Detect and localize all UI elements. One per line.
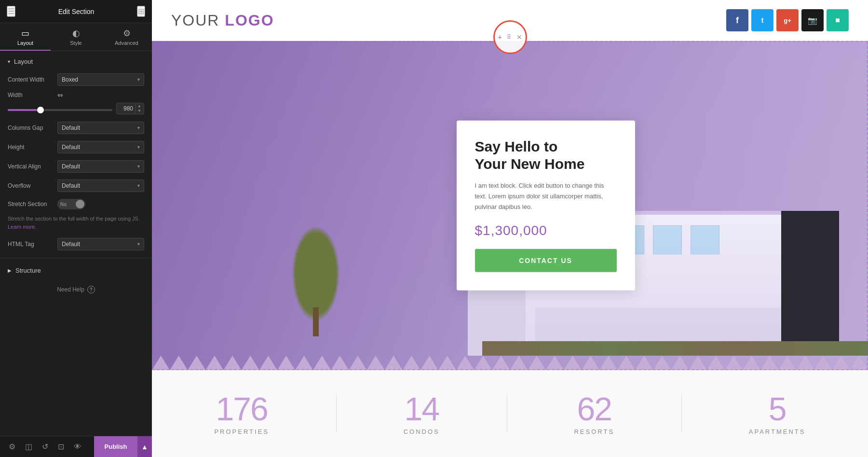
stat-divider-2 — [507, 394, 507, 433]
main-content: YOUR LOGO + ⠿ ✕ f t g+ 📷 ■ — [152, 0, 868, 457]
layers-icon[interactable]: ◫ — [20, 438, 37, 455]
columns-gap-row: Columns Gap Default No Gap Narrow Extend… — [0, 118, 152, 138]
width-spin-up[interactable]: ▲ — [136, 104, 143, 109]
learn-more-link[interactable]: Learn more. — [8, 224, 36, 230]
panel-header: ☰ Edit Section ⊞ — [0, 0, 152, 23]
html-tag-select[interactable]: Default header main footer section — [57, 238, 144, 250]
contact-us-button[interactable]: CONTACT US — [475, 249, 617, 272]
googleplus-button[interactable]: g+ — [776, 9, 799, 31]
width-slider-container — [8, 105, 112, 112]
hero-card: Say Hello toYour New Home I am text bloc… — [457, 121, 635, 291]
stat-condos-label: CONDOS — [404, 428, 440, 435]
structure-arrow-icon: ▶ — [8, 268, 12, 273]
help-circle-icon[interactable]: ? — [87, 286, 95, 293]
stat-divider-3 — [681, 394, 682, 433]
preview-icon[interactable]: 👁 — [69, 439, 86, 455]
stat-properties-number: 176 — [216, 392, 267, 425]
stat-resorts: 62 RESORTS — [574, 392, 614, 435]
stat-apartments-label: APARTMENTS — [749, 428, 806, 435]
stretch-section-row: Stretch Section No — [0, 195, 152, 213]
section-control-circle: + ⠿ ✕ — [493, 20, 527, 54]
width-icon: ⇔ — [57, 91, 63, 99]
structure-section-header[interactable]: ▶ Structure — [0, 262, 152, 279]
logo-prefix: YOUR — [171, 12, 225, 29]
height-row: Height Default Fit To Screen Min Height — [0, 138, 152, 157]
content-width-row: Content Width Boxed Full Width — [0, 70, 152, 89]
columns-gap-select[interactable]: Default No Gap Narrow Extended Wide — [57, 122, 144, 134]
need-help-section: Need Help ? — [0, 279, 152, 300]
columns-gap-select-wrapper: Default No Gap Narrow Extended Wide — [57, 122, 144, 134]
left-panel: ☰ Edit Section ⊞ ▭ Layout ◐ Style ⚙ Adva… — [0, 0, 152, 457]
stat-properties-label: PROPERTIES — [214, 428, 269, 435]
stretch-section-toggle[interactable]: No — [57, 199, 85, 209]
logo: YOUR LOGO — [171, 12, 274, 29]
height-select[interactable]: Default Fit To Screen Min Height — [57, 141, 144, 153]
tab-advanced[interactable]: ⚙ Advanced — [101, 23, 152, 51]
site-header: YOUR LOGO + ⠿ ✕ f t g+ 📷 ■ — [152, 0, 868, 41]
stat-apartments: 5 APARTMENTS — [749, 392, 806, 435]
tree-trunk — [313, 307, 319, 336]
vertical-align-label: Vertical Align — [8, 163, 54, 170]
width-number-input[interactable] — [117, 103, 135, 114]
vertical-align-select[interactable]: Default Top Middle Bottom — [57, 160, 144, 173]
width-spinners: ▲ ▼ — [135, 104, 143, 113]
hero-section: Say Hello toYour New Home I am text bloc… — [152, 41, 868, 370]
stat-resorts-number: 62 — [577, 392, 611, 425]
responsive-icon[interactable]: ⊡ — [53, 438, 69, 455]
grid-icon[interactable]: ⊞ — [137, 6, 145, 17]
style-tab-icon: ◐ — [72, 28, 80, 39]
height-select-wrapper: Default Fit To Screen Min Height — [57, 141, 144, 153]
width-row: Width ⇔ — [0, 89, 152, 101]
header-social-buttons: f t g+ 📷 ■ — [726, 9, 849, 31]
publish-button[interactable]: Publish — [94, 436, 137, 457]
panel-tabs: ▭ Layout ◐ Style ⚙ Advanced — [0, 23, 152, 51]
layout-section-header[interactable]: ▾ Layout — [0, 51, 152, 70]
layout-tab-icon: ▭ — [21, 28, 29, 39]
stretch-help-text: Stretch the section to the full width of… — [0, 213, 152, 235]
layout-section-title: Layout — [14, 58, 33, 65]
section-divider — [0, 258, 152, 258]
width-slider[interactable] — [8, 109, 112, 111]
tab-style-label: Style — [70, 40, 81, 46]
garden-strip — [482, 341, 868, 356]
tab-layout[interactable]: ▭ Layout — [0, 23, 51, 51]
content-width-select[interactable]: Boxed Full Width — [57, 73, 144, 86]
expand-panel-button[interactable]: ▲ — [137, 436, 152, 457]
zigzag-border — [152, 356, 868, 370]
section-drag-handle[interactable]: ⠿ — [507, 34, 512, 41]
stat-apartments-number: 5 — [769, 392, 786, 425]
section-close-button[interactable]: ✕ — [515, 32, 523, 42]
tab-layout-label: Layout — [17, 40, 33, 46]
width-label: Width — [8, 92, 54, 98]
slider-row: ▲ ▼ — [0, 101, 152, 118]
facebook-button[interactable]: f — [726, 9, 748, 31]
stat-divider-1 — [336, 394, 337, 433]
content-width-label: Content Width — [8, 76, 54, 83]
instagram-button[interactable]: 📷 — [801, 9, 824, 31]
overflow-row: Overflow Default Hidden — [0, 176, 152, 195]
hamburger-icon[interactable]: ☰ — [7, 6, 15, 17]
square-button[interactable]: ■ — [827, 9, 849, 31]
advanced-tab-icon: ⚙ — [123, 28, 131, 39]
need-help-text: Need Help — [57, 286, 84, 293]
section-add-button[interactable]: + — [497, 32, 502, 42]
columns-gap-label: Columns Gap — [8, 125, 54, 131]
window — [691, 225, 719, 254]
tab-style[interactable]: ◐ Style — [51, 23, 101, 51]
width-number-wrapper: ▲ ▼ — [116, 103, 144, 114]
overflow-select[interactable]: Default Hidden — [57, 180, 144, 192]
stat-condos-number: 14 — [404, 392, 439, 425]
stretch-toggle-text: No — [60, 202, 67, 207]
panel-content: ▾ Layout Content Width Boxed Full Width … — [0, 51, 152, 457]
settings-icon[interactable]: ⚙ — [4, 438, 20, 455]
vertical-align-select-wrapper: Default Top Middle Bottom — [57, 160, 144, 173]
width-spin-down[interactable]: ▼ — [136, 109, 143, 113]
dark-panel — [781, 211, 839, 356]
html-tag-label: HTML Tag — [8, 241, 54, 248]
history-icon[interactable]: ↺ — [37, 438, 53, 455]
bottom-bar: ⚙ ◫ ↺ ⊡ 👁 Publish ▲ — [0, 436, 152, 457]
bottom-icons: ⚙ ◫ ↺ ⊡ 👁 — [0, 438, 94, 455]
content-width-select-wrapper: Boxed Full Width — [57, 73, 144, 86]
toggle-knob — [76, 200, 84, 208]
twitter-button[interactable]: t — [751, 9, 773, 31]
